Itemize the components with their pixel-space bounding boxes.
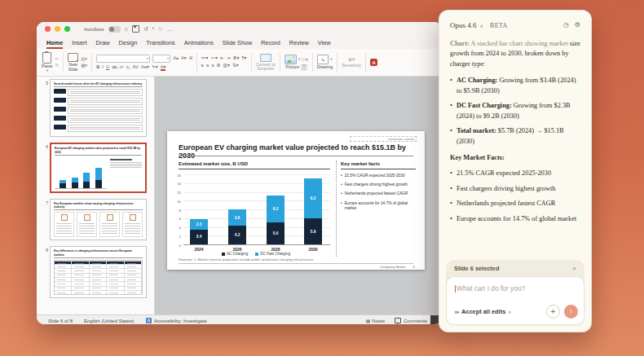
model-selector[interactable]: Opus 4.6	[450, 21, 477, 29]
slide-thumbnail-8[interactable]: Key differences in charging infrastructu…	[50, 246, 147, 298]
minimize-window-button[interactable]	[55, 26, 60, 32]
justify-icon[interactable]: ≣	[217, 64, 221, 68]
close-window-button[interactable]	[45, 26, 51, 32]
stacked-bar-chart[interactable]: 02468101214163.42.320244.23.820265.06.22…	[183, 175, 330, 245]
key-facts-list: •21.5% CAGR expected 2025-2030•Fast char…	[450, 169, 580, 224]
align-right-icon[interactable]: ≡	[211, 64, 214, 68]
tab-view[interactable]: View	[318, 39, 331, 49]
strikethrough-icon[interactable]: a̶b̶	[112, 65, 117, 70]
notes-button[interactable]: ▤ Notes	[366, 318, 385, 323]
undo-icon[interactable]: ↺	[143, 26, 148, 32]
text-box-align-icon[interactable]: ⇅▾	[232, 64, 239, 68]
chart-bar-2028[interactable]: 5.06.2	[267, 196, 285, 244]
language-label[interactable]: English (United States)	[84, 319, 134, 323]
align-center-icon[interactable]: ≡	[206, 64, 209, 68]
chevron-down-icon[interactable]: ∨	[480, 23, 483, 29]
tab-record[interactable]: Record	[261, 39, 280, 49]
fast-forward-icon[interactable]: ▹▹	[455, 309, 459, 315]
tab-insert[interactable]: Insert	[72, 39, 86, 49]
home-icon[interactable]: ⌂	[125, 26, 128, 32]
accept-all-edits-button[interactable]: Accept all edits	[461, 308, 505, 315]
chart-section-header[interactable]: Estimated market size, B USD	[179, 161, 248, 166]
increase-font-icon[interactable]: A▴	[173, 56, 179, 61]
highlight-icon[interactable]: ✎▾	[152, 65, 158, 70]
accessibility-label[interactable]: Accessibility: Investigate	[154, 319, 207, 323]
font-color-icon[interactable]: A▾	[161, 65, 166, 70]
notes-icon: ▤	[366, 318, 371, 323]
cut-icon[interactable]: ✂	[55, 57, 60, 62]
close-icon[interactable]: ×	[572, 266, 576, 272]
format-painter-icon[interactable]: ✎	[55, 64, 60, 68]
numbering-icon[interactable]: ≕▾	[210, 56, 218, 61]
clear-format-icon[interactable]: A̸	[189, 56, 192, 61]
tab-home[interactable]: Home	[46, 39, 63, 49]
slide-page-number: 6	[413, 265, 415, 269]
paste-button[interactable]: Paste ▾	[42, 52, 53, 73]
message-intro: Chart: A stacked bar chart showing marke…	[450, 39, 580, 69]
tab-draw[interactable]: Draw	[96, 39, 110, 49]
settings-gear-icon[interactable]: ⚙	[575, 22, 580, 29]
shapes-icon[interactable]: ⬠▾	[302, 58, 308, 63]
slide-thumbnail-6[interactable]: European EV charging market value projec…	[50, 143, 147, 193]
facts-section-header[interactable]: Key market facts	[341, 161, 380, 166]
decrease-font-icon[interactable]: A▾	[181, 56, 187, 61]
bar-segment: 2.3	[190, 219, 208, 229]
key-fact-text: Netherlands projected fastest CAGR	[457, 199, 555, 209]
indent-icon[interactable]: ⇥	[227, 56, 231, 61]
history-icon[interactable]: ◷	[563, 22, 569, 29]
autosave-toggle[interactable]	[108, 26, 121, 33]
text-direction-icon[interactable]: ¶▾	[242, 56, 247, 61]
slide-canvas[interactable]: European EV charging market value projec…	[167, 131, 425, 270]
font-name-select[interactable]	[96, 55, 150, 63]
tab-animations[interactable]: Animations	[184, 39, 214, 49]
picture-button[interactable]: ▾ ⬠▾ Picture 🄰	[285, 55, 308, 70]
send-button[interactable]: ↑	[564, 305, 578, 319]
attach-plus-button[interactable]: +	[546, 305, 560, 319]
intro-muted: A stacked bar chart showing market	[470, 40, 568, 47]
text-box-icon[interactable]: 🄰	[302, 65, 307, 70]
italic-icon[interactable]: I	[102, 65, 104, 70]
save-icon[interactable]	[132, 25, 139, 33]
convert-smartart-button[interactable]: Convert to SmartArt	[256, 54, 276, 72]
chart-bar-2024[interactable]: 3.42.3	[190, 219, 208, 244]
section-icon[interactable]: ▦▾	[81, 64, 87, 68]
outdent-icon[interactable]: ⇤	[220, 56, 224, 61]
line-spacing-icon[interactable]: ≣▾	[233, 56, 240, 61]
superscript-icon[interactable]: x²	[120, 65, 124, 70]
zoom-window-button[interactable]	[64, 26, 70, 32]
addins-icon[interactable]: A	[370, 59, 377, 66]
tab-review[interactable]: Review	[289, 39, 309, 49]
font-size-select[interactable]	[152, 55, 170, 63]
optional-placeholder-box[interactable]	[350, 136, 417, 142]
tab-transitions[interactable]: Transitions	[146, 39, 174, 49]
chat-input[interactable]: What can I do for you?	[447, 277, 584, 292]
y-axis-tick: 4	[170, 226, 181, 230]
layout-icon[interactable]: ▤▾	[81, 57, 87, 62]
chart-bar-2030[interactable]: 5.99.2	[304, 178, 322, 244]
character-spacing-icon[interactable]: AV	[133, 65, 139, 70]
slide-position-label[interactable]: Slide 6 of 8	[48, 319, 73, 323]
tab-slide-show[interactable]: Slide Show	[223, 39, 253, 49]
comments-button[interactable]: Comments	[395, 318, 427, 323]
slide-thumbnail-7[interactable]: Key European markets show varying chargi…	[50, 199, 147, 241]
bullet-marker: •	[450, 169, 452, 178]
bold-icon[interactable]: B	[96, 65, 99, 70]
change-case-icon[interactable]: Aa▾	[141, 65, 149, 70]
bullets-icon[interactable]: ≔▾	[201, 56, 209, 61]
new-slide-button[interactable]: New Slide	[68, 53, 78, 72]
undo-chevron-icon[interactable]: ▾	[152, 27, 154, 31]
chart-bar-2026[interactable]: 4.23.8	[228, 209, 246, 244]
slide-facts-list[interactable]: •21.5% CAGR expected 2025-2030•Fast char…	[341, 174, 416, 215]
drawing-button[interactable]: ✎▾ Drawing	[317, 55, 333, 69]
intro-lead: Chart:	[450, 40, 470, 47]
columns-icon[interactable]: ▥▾	[223, 64, 230, 68]
accept-chevron-icon[interactable]: ∨	[508, 310, 511, 314]
align-left-icon[interactable]: ≡	[201, 64, 204, 68]
tab-design[interactable]: Design	[119, 39, 138, 49]
key-fact-item: •21.5% CAGR expected 2025-2030	[450, 169, 580, 178]
slide-thumbnail-5[interactable]: Several market forces drive the EV charg…	[50, 79, 147, 137]
more-icon[interactable]: …	[167, 26, 173, 32]
slide-title[interactable]: European EV charging market value projec…	[179, 144, 413, 160]
underline-icon[interactable]: U	[106, 65, 109, 70]
subscript-icon[interactable]: x₂	[126, 65, 130, 70]
